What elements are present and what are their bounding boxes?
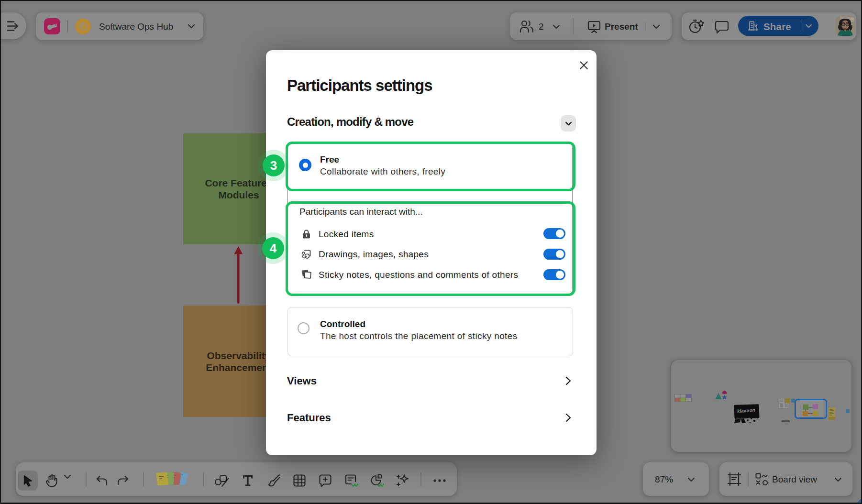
tool-more[interactable] [429, 471, 450, 491]
board-view-icon[interactable] [755, 472, 768, 486]
participants-settings-modal: Participants settings Creation, modify &… [266, 50, 597, 455]
app-logo[interactable] [44, 18, 60, 34]
share-label: Share [763, 21, 791, 33]
features-row[interactable]: Features [287, 412, 331, 424]
brush-icon [267, 474, 280, 487]
features-label: Features [287, 412, 331, 424]
minimap-item [779, 404, 784, 408]
chevron-down-icon[interactable] [64, 474, 71, 479]
free-radio[interactable] [299, 159, 311, 171]
chevron-down-icon[interactable] [805, 24, 812, 28]
free-option-subtitle: Collaborate with others, freely [320, 166, 445, 177]
interact-row-label: Locked items [319, 229, 374, 240]
canvas-shape-label: Core FeaturesModules [205, 177, 272, 201]
tool-sticky-notes[interactable] [155, 470, 190, 491]
minimap-item [782, 420, 790, 422]
divider [800, 21, 800, 31]
drawings-icon [301, 249, 312, 260]
chevron-down-icon [565, 121, 572, 126]
interact-row-label: Sticky notes, questions and comments of … [319, 270, 518, 280]
organization-icon [748, 21, 758, 31]
tool-note-approved[interactable] [341, 471, 361, 491]
controlled-option-card[interactable]: Controlled The host controls the placeme… [287, 307, 573, 356]
collaborator-cursor-fragment [856, 498, 862, 504]
tool-chart-approved[interactable] [367, 471, 387, 491]
user-avatar[interactable] [835, 16, 855, 36]
board-icon[interactable] [75, 19, 91, 34]
views-row[interactable]: Views [287, 375, 317, 387]
minimap-item [780, 399, 784, 403]
divider [67, 20, 68, 33]
ai-sparkle-icon [396, 473, 410, 488]
frame-icon[interactable] [728, 472, 741, 486]
tool-shapes[interactable] [212, 471, 232, 491]
open-sidebar-button[interactable] [0, 12, 26, 39]
chat-icon[interactable] [715, 21, 729, 34]
chevron-down-icon[interactable] [834, 477, 842, 482]
collaboration-bar: 2 Present [510, 12, 672, 40]
share-button[interactable]: Share [738, 16, 818, 36]
tool-ai-sparkle[interactable] [393, 471, 413, 491]
participants-icon[interactable] [519, 20, 534, 33]
hand-icon [45, 474, 58, 487]
sticky-notes-icon [155, 471, 190, 490]
table-icon [293, 474, 306, 487]
chevron-down-icon[interactable] [652, 24, 660, 29]
divider [645, 21, 646, 32]
text-icon [242, 474, 254, 487]
tool-comment[interactable] [315, 471, 335, 491]
chevron-right-icon[interactable] [565, 413, 571, 422]
drawings-toggle[interactable] [543, 249, 565, 260]
klaxoon-horn-icon [47, 22, 57, 31]
chevron-down-icon[interactable] [687, 477, 695, 482]
minimap-viewport[interactable] [795, 399, 827, 419]
canvas-connector-arrow[interactable] [231, 243, 246, 306]
minimap-item [785, 398, 790, 403]
redo-icon [117, 475, 129, 486]
divider [203, 472, 204, 486]
divider [420, 472, 421, 486]
minimap-document [829, 407, 835, 420]
interact-label: Participants can interact with... [299, 207, 423, 217]
sticky-notes-toggle[interactable] [543, 269, 565, 280]
minimap-klaxoon-image: klaxoon [733, 404, 760, 424]
section-collapse-button[interactable] [561, 115, 576, 131]
free-option-title: Free [320, 154, 339, 165]
minimap-shapes [715, 391, 728, 401]
controlled-option-subtitle: The host controls the placement of stick… [320, 331, 517, 341]
minimap[interactable]: klaxoon [671, 360, 852, 452]
present-icon[interactable] [587, 21, 601, 33]
more-ellipsis-icon [433, 479, 446, 482]
tool-table[interactable] [289, 471, 309, 491]
zoom-level: 87% [655, 474, 673, 485]
minimap-table [674, 394, 692, 402]
chevron-down-icon[interactable] [188, 24, 195, 29]
zoom-control[interactable]: 87% [643, 462, 709, 496]
view-label[interactable]: Board view [772, 474, 817, 485]
board-name[interactable]: Software Ops Hub [99, 22, 173, 32]
tool-text[interactable] [238, 471, 258, 491]
close-icon [580, 61, 588, 69]
chevron-right-icon[interactable] [565, 376, 571, 385]
timer-icon[interactable] [689, 19, 705, 34]
canvas-shape-label: ObservabilityEnhancement [206, 350, 272, 373]
tool-select-cursor[interactable] [18, 471, 38, 491]
interact-row-label: Drawings, images, shapes [319, 249, 429, 260]
divider [573, 18, 574, 34]
close-button[interactable] [577, 58, 590, 72]
modal-title: Participants settings [287, 77, 432, 95]
free-option-card[interactable]: Free Collaborate with others, freely Par… [287, 142, 573, 295]
chart-approved-icon [370, 473, 384, 488]
present-label[interactable]: Present [605, 22, 638, 32]
minimap-item [784, 404, 788, 408]
chevron-down-icon[interactable] [553, 24, 560, 29]
tool-hand-pan[interactable] [42, 471, 62, 491]
controlled-radio[interactable] [298, 322, 309, 334]
views-label: Views [287, 375, 317, 387]
shapes-icon [214, 474, 230, 487]
tool-redo[interactable] [113, 471, 133, 491]
divider [86, 472, 87, 486]
tool-undo[interactable] [92, 471, 112, 491]
tool-brush[interactable] [264, 471, 284, 491]
locked-items-toggle[interactable] [543, 228, 565, 239]
